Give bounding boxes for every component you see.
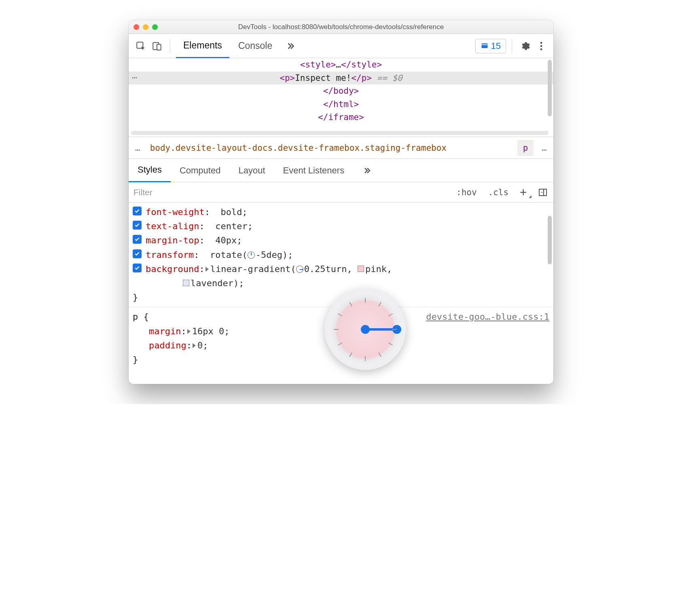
- crumb-overflow-left[interactable]: …: [129, 143, 147, 153]
- dom-tree[interactable]: … <style>…</style> <p>Inspect me!</p> ==…: [129, 58, 553, 137]
- svg-point-5: [540, 45, 542, 47]
- source-link[interactable]: devsite-goo…-blue.css:1: [426, 310, 549, 324]
- issues-count: 15: [491, 41, 501, 51]
- angle-center-dot: [361, 325, 370, 334]
- angle-tick: [378, 352, 381, 357]
- dom-line-selected[interactable]: <p>Inspect me!</p> == $0: [129, 72, 553, 85]
- styles-filter-input[interactable]: [129, 188, 451, 197]
- gear-icon[interactable]: [518, 39, 532, 53]
- tab-computed[interactable]: Computed: [171, 159, 230, 182]
- angle-tick: [388, 313, 393, 316]
- property-name[interactable]: transform: [146, 250, 194, 260]
- svg-rect-7: [539, 189, 546, 196]
- dom-line[interactable]: </html>: [129, 98, 553, 111]
- separator: [512, 39, 512, 53]
- angle-tick: [349, 352, 352, 357]
- styles-tabs: Styles Computed Layout Event Listeners: [129, 159, 553, 182]
- css-property-row[interactable]: font-weight: bold;: [133, 205, 549, 219]
- property-enable-checkbox[interactable]: [133, 221, 142, 230]
- hov-toggle[interactable]: :hov: [451, 188, 483, 197]
- property-name[interactable]: background: [146, 264, 199, 274]
- property-enable-checkbox[interactable]: [133, 249, 142, 258]
- tab-layout[interactable]: Layout: [229, 159, 274, 182]
- dom-line[interactable]: </body>: [129, 84, 553, 98]
- crumb-body[interactable]: body.devsite-layout-docs.devsite-framebo…: [147, 143, 450, 153]
- new-style-rule-button[interactable]: +: [514, 186, 532, 199]
- device-toolbar-icon[interactable]: [150, 39, 164, 53]
- property-enable-checkbox[interactable]: [133, 264, 142, 272]
- issues-icon: [481, 42, 489, 50]
- property-value[interactable]: bold;: [220, 207, 247, 217]
- issues-badge[interactable]: 15: [475, 39, 506, 53]
- breadcrumb: … body.devsite-layout-docs.devsite-frame…: [129, 137, 553, 159]
- tab-event-listeners[interactable]: Event Listeners: [274, 159, 354, 182]
- property-value[interactable]: 40px;: [215, 235, 242, 245]
- angle-icon[interactable]: [248, 251, 255, 259]
- property-value[interactable]: center;: [215, 221, 253, 231]
- property-name[interactable]: margin-top: [146, 235, 199, 245]
- window-title: DevTools - localhost:8080/web/tools/chro…: [129, 23, 553, 31]
- expand-triangle-icon[interactable]: [205, 267, 209, 272]
- rule-selector[interactable]: p {: [133, 312, 149, 322]
- dom-line[interactable]: <style>…</style>: [129, 58, 553, 72]
- property-name[interactable]: padding: [149, 340, 186, 350]
- css-property-row[interactable]: margin-top: 40px;: [133, 233, 549, 247]
- css-property-row[interactable]: transform: rotate(-5deg);: [133, 248, 549, 262]
- cls-toggle[interactable]: .cls: [483, 188, 515, 197]
- angle-tick: [338, 313, 342, 316]
- devtools-toolbar: Elements Console 15: [129, 34, 553, 58]
- tab-styles[interactable]: Styles: [129, 159, 171, 182]
- angle-tick: [365, 356, 366, 361]
- titlebar: DevTools - localhost:8080/web/tools/chro…: [129, 20, 553, 34]
- color-swatch-lavender[interactable]: [183, 280, 189, 286]
- tabs-overflow[interactable]: [281, 34, 300, 58]
- angle-tick: [365, 298, 366, 303]
- svg-rect-2: [157, 44, 161, 50]
- svg-point-4: [540, 42, 542, 44]
- toggle-sidebar-icon[interactable]: [532, 188, 553, 197]
- property-name[interactable]: margin: [149, 326, 181, 336]
- tab-elements[interactable]: Elements: [176, 34, 229, 58]
- expand-ellipsis[interactable]: …: [132, 70, 138, 80]
- property-enable-checkbox[interactable]: [133, 235, 142, 244]
- dom-line[interactable]: </iframe>: [129, 111, 553, 124]
- angle-tick: [392, 329, 397, 330]
- horizontal-scrollbar[interactable]: [131, 131, 549, 135]
- property-enable-checkbox[interactable]: [133, 207, 142, 215]
- vertical-scrollbar[interactable]: [548, 216, 552, 264]
- color-swatch-pink[interactable]: [358, 266, 364, 272]
- svg-point-6: [540, 48, 542, 50]
- property-name[interactable]: font-weight: [146, 207, 205, 217]
- angle-tick: [349, 302, 352, 306]
- separator: [170, 39, 170, 53]
- angle-tick: [378, 302, 381, 306]
- angle-icon[interactable]: [296, 266, 303, 273]
- crumb-overflow-right[interactable]: …: [535, 143, 553, 153]
- subtabs-overflow[interactable]: [353, 159, 381, 182]
- vertical-scrollbar[interactable]: [548, 60, 552, 116]
- kebab-menu-icon[interactable]: [534, 39, 549, 53]
- expand-triangle-icon[interactable]: [193, 343, 196, 348]
- property-name[interactable]: text-align: [146, 221, 199, 231]
- svg-rect-3: [481, 43, 487, 48]
- tab-console[interactable]: Console: [231, 34, 280, 58]
- angle-tick: [388, 342, 393, 346]
- crumb-selected[interactable]: p: [517, 140, 534, 156]
- styles-filter-row: :hov .cls +: [129, 182, 553, 203]
- angle-tick: [334, 329, 339, 330]
- angle-tick: [338, 342, 342, 346]
- css-property-row[interactable]: text-align: center;: [133, 219, 549, 233]
- angle-picker-popup[interactable]: [325, 289, 406, 370]
- css-property-row[interactable]: background:linear-gradient(0.25turn, pin…: [133, 262, 549, 290]
- expand-triangle-icon[interactable]: [187, 329, 191, 334]
- inspect-element-icon[interactable]: [133, 39, 148, 53]
